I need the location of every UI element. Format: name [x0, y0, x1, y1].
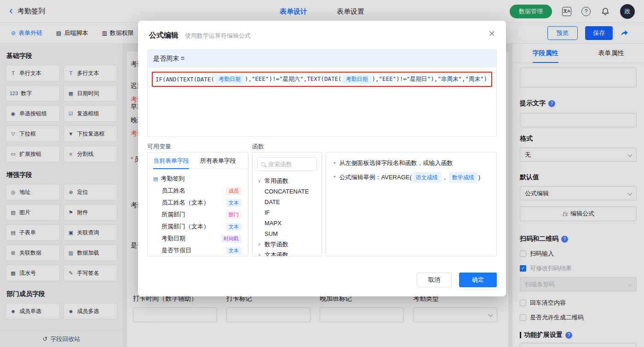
variable-tabs: 当前表单字段所有表单字段: [148, 153, 248, 169]
function-group[interactable]: ∨常用函数: [253, 176, 322, 186]
modal-header: 公式编辑 使用数学运算符编辑公式 ×: [138, 21, 506, 40]
tip-item: •从左侧面板选择字段名和函数，或输入函数: [334, 158, 489, 168]
tip-text: 公式编辑举例：AVERAGE(语文成绩，数学成绩): [339, 172, 481, 183]
function-group[interactable]: >数学函数: [253, 239, 322, 250]
variables-tab[interactable]: 当前表单字段: [148, 153, 195, 169]
confirm-button[interactable]: 确定: [459, 273, 497, 287]
variable-form-name: ▤考勤签到: [148, 173, 248, 185]
bullet-icon: •: [334, 172, 336, 183]
function-group-name: 文本函数: [264, 250, 288, 256]
function-group-name: 常用函数: [264, 176, 288, 185]
formula-code-token: IF(AND(TEXT(DATE(: [155, 76, 214, 83]
tips-column: •从左侧面板选择字段名和函数，或输入函数•公式编辑举例：AVERAGE(语文成绩…: [326, 142, 497, 256]
formula-field-pill[interactable]: 考勤日期: [215, 75, 244, 84]
modal-subtitle: 使用数学运算符编辑公式: [185, 32, 251, 40]
tips-label-spacer: [326, 142, 497, 152]
variable-list: ▤考勤签到员工姓名成员员工姓名（文本）文本所属部门部门所属部门（文本）文本考勤日…: [148, 169, 248, 256]
formula-editor: 是否周末 = IF(AND(TEXT(DATE( 考勤日期 ),"EEE")!=…: [147, 50, 497, 137]
functions-column: 函数 ∨常用函数CONCATENATEDATEIFMAPXSUM>数学函数>文本…: [252, 142, 322, 256]
variable-type-tag: 时间戳: [221, 235, 242, 243]
formula-code-token: ),"EEE")!="星期六",TEXT(DATE(: [245, 75, 342, 83]
variable-type-tag: 文本: [226, 199, 242, 207]
function-tree: ∨常用函数CONCATENATEDATEIFMAPXSUM>数学函数>文本函数: [253, 176, 322, 256]
variable-item[interactable]: 所属部门（文本）文本: [148, 221, 248, 233]
variable-name: 是否节假日: [161, 246, 191, 255]
variable-name: 所属部门（文本）: [161, 222, 209, 231]
variables-column: 可用变量 当前表单字段所有表单字段 ▤考勤签到员工姓名成员员工姓名（文本）文本所…: [147, 142, 248, 256]
variable-type-tag: 部门: [226, 211, 242, 219]
bullet-icon: •: [334, 158, 336, 168]
formula-code-token: ),"EEE")!="星期日"),"非周末","周末"): [372, 75, 488, 83]
chevron-right-icon: >: [257, 240, 262, 249]
functions-box: ∨常用函数CONCATENATEDATEIFMAPXSUM>数学函数>文本函数: [252, 152, 322, 256]
function-item[interactable]: MAPX: [253, 218, 322, 228]
function-item[interactable]: CONCATENATE: [253, 186, 322, 197]
variable-name: 所属部门: [161, 210, 185, 219]
variables-label: 可用变量: [147, 142, 248, 152]
close-icon[interactable]: ×: [489, 28, 495, 39]
function-group-name: 数学函数: [264, 240, 288, 249]
variable-type-tag: 成员: [226, 187, 242, 195]
formula-tips: •从左侧面板选择字段名和函数，或输入函数•公式编辑举例：AVERAGE(语文成绩…: [326, 152, 497, 256]
example-field-pill: 语文成绩: [413, 172, 441, 183]
chevron-right-icon: >: [257, 250, 262, 256]
modal-title: 公式编辑: [149, 31, 178, 40]
function-item[interactable]: DATE: [253, 197, 322, 207]
function-group[interactable]: >文本函数: [253, 250, 322, 256]
formula-code-area[interactable]: IF(AND(TEXT(DATE( 考勤日期 ),"EEE")!="星期六",T…: [148, 68, 496, 137]
formula-editor-modal: 公式编辑 使用数学运算符编辑公式 × 是否周末 = IF(AND(TEXT(DA…: [138, 21, 506, 296]
function-search-input[interactable]: [268, 161, 313, 168]
tip-item: •公式编辑举例：AVERAGE(语文成绩，数学成绩): [334, 172, 489, 183]
variable-item[interactable]: 所属部门部门: [148, 209, 248, 221]
variables-tab[interactable]: 所有表单字段: [195, 153, 242, 169]
document-icon: ▤: [153, 176, 158, 182]
function-item[interactable]: SUM: [253, 228, 322, 239]
formula-target: 是否周末 =: [148, 50, 496, 68]
formula-field-pill[interactable]: 考勤日期: [343, 75, 371, 84]
form-name: 考勤签到: [161, 175, 184, 183]
modal-columns: 可用变量 当前表单字段所有表单字段 ▤考勤签到员工姓名成员员工姓名（文本）文本所…: [147, 142, 497, 256]
chevron-down-icon: ∨: [257, 176, 262, 185]
variable-name: 员工姓名（文本）: [161, 199, 209, 207]
function-search[interactable]: [257, 157, 317, 171]
functions-label: 函数: [252, 142, 322, 152]
variable-item[interactable]: 员工姓名成员: [148, 185, 248, 197]
search-icon: [261, 162, 265, 166]
function-item[interactable]: IF: [253, 207, 322, 218]
variable-type-tag: 文本: [226, 223, 242, 231]
modal-footer: 取消 确定: [417, 273, 497, 287]
formula-expression[interactable]: IF(AND(TEXT(DATE( 考勤日期 ),"EEE")!="星期六",T…: [152, 72, 492, 87]
tip-text: 从左侧面板选择字段名和函数，或输入函数: [339, 158, 453, 168]
variable-name: 考勤日期: [161, 234, 185, 243]
variable-item[interactable]: 考勤日期时间戳: [148, 233, 248, 245]
cancel-button[interactable]: 取消: [417, 273, 452, 287]
variable-name: 员工姓名: [161, 187, 185, 195]
variable-item[interactable]: 员工姓名（文本）文本: [148, 197, 248, 209]
example-field-pill: 数学成绩: [449, 172, 477, 183]
variables-box: 当前表单字段所有表单字段 ▤考勤签到员工姓名成员员工姓名（文本）文本所属部门部门…: [147, 152, 248, 256]
variable-item[interactable]: 是否节假日文本: [148, 245, 248, 256]
variable-type-tag: 文本: [226, 247, 242, 255]
